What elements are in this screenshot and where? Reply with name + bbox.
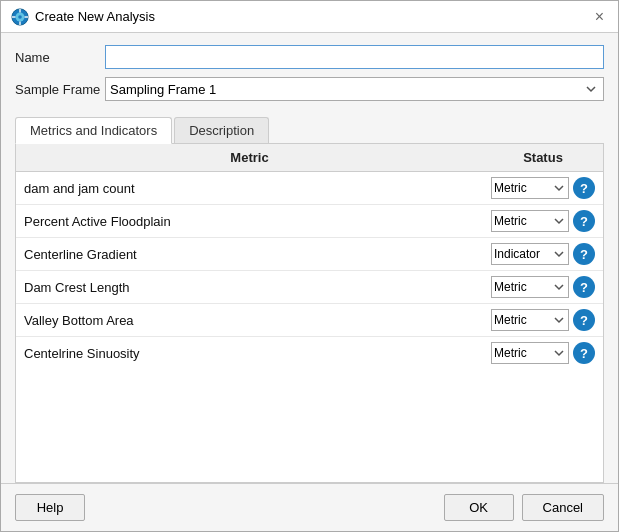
row-status-area: Metric Indicator ? (475, 276, 595, 298)
col-header-status: Status (483, 148, 603, 167)
cancel-button[interactable]: Cancel (522, 494, 604, 521)
row-status-area: Metric Indicator ? (475, 243, 595, 265)
table-row: Valley Bottom Area Metric Indicator ? (16, 304, 603, 337)
help-icon[interactable]: ? (573, 243, 595, 265)
sample-frame-select[interactable]: Sampling Frame 1 (105, 77, 604, 101)
metric-name: Percent Active Floodplain (24, 214, 475, 229)
status-select[interactable]: Metric Indicator (491, 342, 569, 364)
status-select[interactable]: Metric Indicator (491, 177, 569, 199)
form-area: Name Sample Frame Sampling Frame 1 (1, 33, 618, 117)
col-header-metric: Metric (16, 148, 483, 167)
name-row: Name (15, 45, 604, 69)
ok-button[interactable]: OK (444, 494, 514, 521)
metrics-table: Metric Status dam and jam count Metric I… (15, 144, 604, 483)
qgis-icon (11, 8, 29, 26)
help-icon[interactable]: ? (573, 276, 595, 298)
row-status-area: Metric Indicator ? (475, 342, 595, 364)
metric-name: dam and jam count (24, 181, 475, 196)
metric-name: Centelrine Sinuosity (24, 346, 475, 361)
name-label: Name (15, 50, 105, 65)
name-input[interactable] (105, 45, 604, 69)
dialog-title: Create New Analysis (35, 9, 155, 24)
table-row: Centelrine Sinuosity Metric Indicator ? (16, 337, 603, 369)
tab-description[interactable]: Description (174, 117, 269, 143)
table-row: dam and jam count Metric Indicator ? (16, 172, 603, 205)
status-select[interactable]: Metric Indicator (491, 243, 569, 265)
status-select[interactable]: Metric Indicator (491, 210, 569, 232)
sample-frame-row: Sample Frame Sampling Frame 1 (15, 77, 604, 101)
svg-point-2 (18, 15, 22, 19)
metric-name: Valley Bottom Area (24, 313, 475, 328)
metric-name: Dam Crest Length (24, 280, 475, 295)
metric-name: Centerline Gradient (24, 247, 475, 262)
help-icon[interactable]: ? (573, 309, 595, 331)
sample-frame-label: Sample Frame (15, 82, 105, 97)
row-status-area: Metric Indicator ? (475, 210, 595, 232)
table-row: Dam Crest Length Metric Indicator ? (16, 271, 603, 304)
footer: Help OK Cancel (1, 483, 618, 531)
close-button[interactable]: × (591, 9, 608, 25)
table-row: Percent Active Floodplain Metric Indicat… (16, 205, 603, 238)
status-select[interactable]: Metric Indicator (491, 276, 569, 298)
tabs-container: Metrics and Indicators Description (15, 117, 604, 144)
dialog-create-new-analysis: Create New Analysis × Name Sample Frame … (0, 0, 619, 532)
row-status-area: Metric Indicator ? (475, 177, 595, 199)
help-button[interactable]: Help (15, 494, 85, 521)
footer-right: OK Cancel (444, 494, 604, 521)
table-row: Centerline Gradient Metric Indicator ? (16, 238, 603, 271)
status-select[interactable]: Metric Indicator (491, 309, 569, 331)
tab-metrics-and-indicators[interactable]: Metrics and Indicators (15, 117, 172, 144)
help-icon[interactable]: ? (573, 342, 595, 364)
title-bar: Create New Analysis × (1, 1, 618, 33)
help-icon[interactable]: ? (573, 177, 595, 199)
help-icon[interactable]: ? (573, 210, 595, 232)
row-status-area: Metric Indicator ? (475, 309, 595, 331)
table-header: Metric Status (16, 144, 603, 172)
title-bar-left: Create New Analysis (11, 8, 155, 26)
